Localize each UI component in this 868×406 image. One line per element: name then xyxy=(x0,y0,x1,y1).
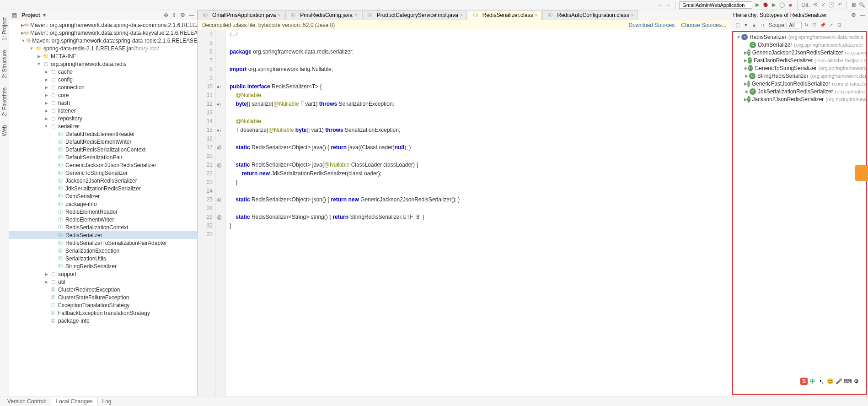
tree-item[interactable]: ⒸClusterRedirectException xyxy=(9,286,197,293)
tree-item[interactable]: ⒾRedisElementWriter xyxy=(9,216,197,223)
tree-item[interactable]: ⒾRedisSerializer xyxy=(9,231,197,239)
tree-item[interactable]: ⒾRedisSerializationContext xyxy=(9,223,197,231)
close-icon[interactable]: × xyxy=(460,13,463,18)
local-changes-tab[interactable]: Local Changes xyxy=(51,397,97,406)
close-icon[interactable]: × xyxy=(278,13,280,18)
tree-item[interactable]: ⒸDefaultSerializationPair xyxy=(9,153,197,161)
editor-tab[interactable]: ⒸPmsRedisConfig.java× xyxy=(285,10,361,20)
version-control-tab[interactable]: Version Control: xyxy=(3,397,51,406)
ime-mic-icon[interactable]: 🎤 xyxy=(835,378,842,385)
ime-emoji-icon[interactable]: 😊 xyxy=(826,378,834,385)
tree-item[interactable]: ▶▢core xyxy=(9,91,197,99)
coverage-icon[interactable]: ▶ xyxy=(771,2,777,8)
git-revert-icon[interactable]: ↶ xyxy=(836,2,843,8)
dropdown-icon[interactable]: ▾ xyxy=(42,12,47,18)
tree-item[interactable]: ⒾExceptionTranslationStrategy xyxy=(9,301,197,309)
hierarchy-item[interactable]: ▼IRedisSerializer(org.springframework.da… xyxy=(733,33,866,41)
ime-punct-icon[interactable]: •, xyxy=(818,378,825,385)
stop-icon[interactable]: ■ xyxy=(787,2,793,8)
tool-project[interactable]: 1: Project xyxy=(1,17,8,41)
log-tab[interactable]: Log xyxy=(97,397,116,406)
tree-item[interactable]: ▶ⓜMaven: org.springframework.data:spring… xyxy=(9,21,197,29)
autoscroll-icon[interactable]: ▽ xyxy=(811,22,818,29)
tree-item[interactable]: ⒸClusterStateFailureException xyxy=(9,293,197,301)
tree-item[interactable]: Ⓒpackage-info xyxy=(9,200,197,208)
debug-icon[interactable]: 🐞 xyxy=(762,2,769,8)
tree-item[interactable]: ▼▢serializer xyxy=(9,122,197,130)
hierarchy-item[interactable]: COxmSerializer(org.springframework.data.… xyxy=(733,41,866,49)
tree-item[interactable]: ⒸGenericJackson2JsonRedisSerializer xyxy=(9,161,197,169)
tree-item[interactable]: ⒸSerializationException xyxy=(9,247,197,254)
tree-item[interactable]: ▼▢org.springframework.data.redis xyxy=(9,60,197,68)
tree-item[interactable]: ▶▢repository xyxy=(9,114,197,122)
ime-lang-icon[interactable]: 中 xyxy=(809,378,816,385)
choose-sources-link[interactable]: Choose Sources... xyxy=(681,22,726,28)
tree-item[interactable]: ⒸJdkSerializationRedisSerializer xyxy=(9,184,197,192)
tree-item[interactable]: ⒸDefaultRedisSerializationContext xyxy=(9,146,197,153)
tool-favorites[interactable]: 2: Favorites xyxy=(1,87,8,116)
run-config-combo[interactable]: GmallAdminWebApplication xyxy=(679,1,752,9)
tree-item[interactable]: ▶▢hash xyxy=(9,99,197,107)
sogou-icon[interactable]: S xyxy=(800,378,808,385)
export-icon[interactable]: ↗ xyxy=(827,22,835,29)
tree-item[interactable]: ▼📁spring-data-redis-2.1.6.RELEASE.jar li… xyxy=(9,44,197,52)
hierarchy-tree[interactable]: ▼IRedisSerializer(org.springframework.da… xyxy=(732,31,867,395)
ime-settings-icon[interactable]: ⚙ xyxy=(852,378,860,385)
close-icon[interactable]: × xyxy=(631,13,634,18)
git-history-icon[interactable]: 🕑 xyxy=(828,2,835,8)
close-icon[interactable]: × xyxy=(354,13,357,18)
sub-hier-icon[interactable]: ▲ xyxy=(750,22,758,29)
tree-item[interactable]: ⒸDefaultRedisElementWriter xyxy=(9,138,197,146)
sort-icon[interactable]: ↓↑ xyxy=(759,22,766,29)
tree-item[interactable]: ▼ⓜMaven: org.springframework.data:spring… xyxy=(9,37,197,44)
hier-gear-icon[interactable]: ⚙ xyxy=(850,12,857,18)
tool-web[interactable]: Web xyxy=(1,125,8,136)
tree-item[interactable]: ⒸSerializationUtils xyxy=(9,254,197,262)
pin-icon[interactable]: 📌 xyxy=(819,22,826,29)
download-sources-link[interactable]: Download Sources xyxy=(629,22,675,28)
ide-notification-badge[interactable] xyxy=(855,165,868,181)
profile-icon[interactable]: ◯ xyxy=(779,2,785,8)
close-icon[interactable]: × xyxy=(535,13,537,18)
hierarchy-item[interactable]: ▶CFastJsonRedisSerializer(com.alibaba.fa… xyxy=(733,56,866,64)
code-editor[interactable]: 1567891011121314151617202122232425282932… xyxy=(198,30,731,396)
tree-item[interactable]: ⒸGenericToStringSerializer xyxy=(9,169,197,177)
project-tree[interactable]: ▶ⓜMaven: org.springframework.data:spring… xyxy=(9,20,197,396)
super-hier-icon[interactable]: ▼ xyxy=(742,22,750,29)
editor-tab[interactable]: ⒸRedisSerializer.class× xyxy=(468,10,542,20)
tree-item[interactable]: ⒸRedisSerializerToSerializationPairAdapt… xyxy=(9,239,197,247)
hierarchy-item[interactable]: ▶CGenericJackson2JsonRedisSerializer(org… xyxy=(733,49,866,56)
tree-item[interactable]: ▶▢support xyxy=(9,270,197,278)
editor-tab[interactable]: ⒸProductCategoryServiceImpl.java× xyxy=(362,10,467,20)
editor-tab[interactable]: ⒸRedisAutoConfiguration.class× xyxy=(542,10,638,20)
back-icon[interactable]: ← xyxy=(657,2,663,8)
gear-icon[interactable]: ⚙ xyxy=(179,12,186,18)
hierarchy-item[interactable]: ▶CGenericToStringSerializer(org.springfr… xyxy=(733,64,866,72)
target-icon[interactable]: ⊕ xyxy=(163,12,169,18)
hierarchy-item[interactable]: ▶CJdkSerializationRedisSerializer(org.sp… xyxy=(733,87,866,95)
tree-item[interactable]: ⒸFallbackExceptionTranslationStrategy xyxy=(9,309,197,317)
hierarchy-item[interactable]: ▶CStringRedisSerializer(org.springframew… xyxy=(733,72,866,80)
tree-item[interactable]: ▶▢cache xyxy=(9,68,197,76)
tree-item[interactable]: ⒸJackson2JsonRedisSerializer xyxy=(9,177,197,184)
collapse-icon[interactable]: ⇕ xyxy=(171,12,177,18)
tree-item[interactable]: ▶▢listener xyxy=(9,107,197,114)
tree-item[interactable]: ▶📁META-INF xyxy=(9,52,197,60)
hier-hide-icon[interactable]: — xyxy=(859,12,866,18)
forward-icon[interactable]: → xyxy=(665,2,671,8)
search-icon[interactable]: 🔍 xyxy=(859,2,865,8)
run-icon[interactable]: ▶ xyxy=(754,2,761,8)
tree-item[interactable]: ⒸStringRedisSerializer xyxy=(9,262,197,270)
tree-item[interactable]: ▶▢connection xyxy=(9,83,197,91)
tree-item[interactable]: Ⓒpackage-info xyxy=(9,317,197,325)
hierarchy-item[interactable]: ▶CJackson2JsonRedisSerializer(org.spring… xyxy=(733,95,866,103)
tree-item[interactable]: ⒸDefaultRedisElementReader xyxy=(9,130,197,138)
project-view-icon[interactable]: ▤ xyxy=(11,12,18,18)
tree-item[interactable]: ▶ⓜMaven: org.springframework.data:spring… xyxy=(9,29,197,37)
scope-combo[interactable]: All xyxy=(787,22,801,28)
editor-tab[interactable]: ⒸGmallPmsApplication.java× xyxy=(198,10,284,20)
tree-item[interactable]: ⒸOxmSerializer xyxy=(9,192,197,200)
ime-keyboard-icon[interactable]: ⌨ xyxy=(844,378,851,385)
hierarchy-item[interactable]: ▶CGenericFastJsonRedisSerializer(com.ali… xyxy=(733,80,866,87)
close-hier-icon[interactable]: ⊡ xyxy=(836,22,843,29)
